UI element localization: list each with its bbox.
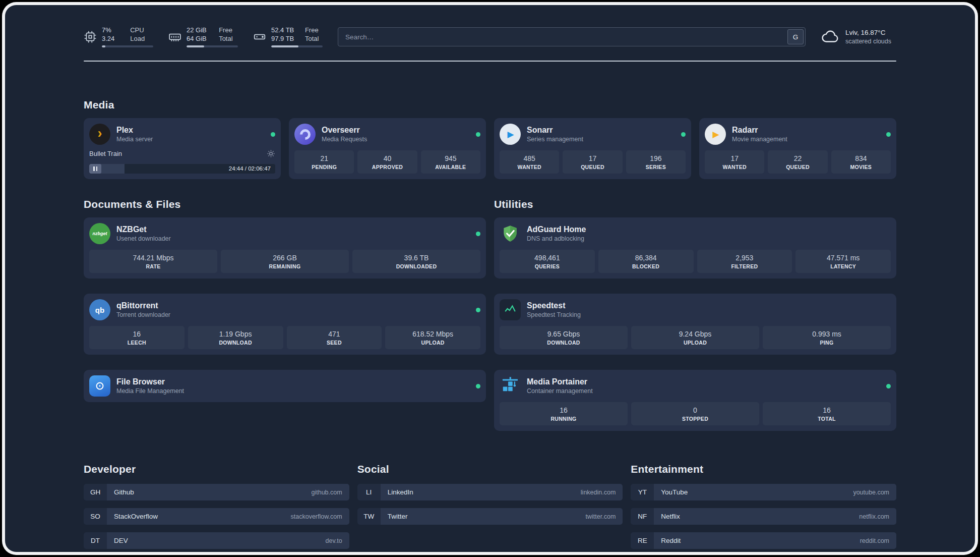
nzbget-icon: nzbget (89, 223, 110, 244)
seek-bar[interactable]: 24:44 / 02:06:47 (89, 164, 275, 174)
bookmark-netflix[interactable]: NF Netflix netflix.com (631, 508, 896, 525)
stat-value: 834 (833, 154, 889, 163)
stat-box: 0.993 ms PING (763, 326, 891, 349)
stat-box: 196 SERIES (626, 150, 686, 174)
memory-progress-fill (187, 45, 204, 47)
stat-label: LEECH (91, 339, 182, 346)
search-input[interactable] (338, 27, 806, 46)
gear-icon[interactable] (267, 149, 275, 158)
stat-box: 9.65 Gbps DOWNLOAD (500, 326, 628, 349)
resource-disk: 52.4 TB Free 97.9 TB Total (253, 26, 323, 47)
service-description: Torrent downloader (116, 311, 170, 319)
service-card-nzbget[interactable]: nzbget NZBGet Usenet downloader 744.21 M… (84, 217, 486, 278)
stat-box: 21 PENDING (294, 150, 354, 174)
stat-label: AVAILABLE (423, 163, 478, 171)
cpu-progress-fill (102, 45, 105, 47)
stat-box: 266 GB REMAINING (221, 250, 349, 273)
sonarr-play-glyph: ▶ (507, 130, 514, 139)
bookmark-name: Reddit (661, 537, 681, 544)
service-card-sonarr[interactable]: ▶ Sonarr Series management 485 WANTED (494, 118, 691, 179)
service-description: Container management (527, 387, 593, 395)
radarr-icon: ▶ (705, 124, 726, 145)
stat-label: RATE (91, 263, 215, 270)
service-card-filebrowser[interactable]: File Browser Media File Management (84, 370, 486, 402)
stat-label: UPLOAD (633, 339, 757, 346)
weather-condition: scattered clouds (845, 37, 891, 45)
bookmark-stackoverflow[interactable]: SO StackOverflow stackoverflow.com (84, 508, 349, 525)
stat-box: 485 WANTED (500, 150, 559, 174)
stat-label: RUNNING (502, 415, 626, 422)
search-provider-button[interactable]: G (787, 29, 804, 44)
service-description: Media File Management (116, 387, 184, 395)
stat-value: 2,953 (699, 253, 790, 262)
stat-value: 9.65 Gbps (502, 329, 626, 339)
section-title-social: Social (357, 463, 623, 475)
service-card-plex[interactable]: › Plex Media server Bullet Train (84, 118, 281, 179)
stat-box: 40 APPROVED (357, 150, 417, 174)
bookmark-group-developer: Developer GH Github github.com SO StackO… (84, 463, 349, 549)
qbittorrent-icon: qb (89, 299, 110, 320)
bookmark-url: youtube.com (853, 489, 889, 496)
stat-label: DOWNLOAD (502, 339, 626, 346)
stat-label: WANTED (502, 163, 557, 171)
bookmark-url: github.com (312, 489, 342, 496)
service-card-overseerr[interactable]: Overseerr Media Requests 21 PENDING 40 A… (289, 118, 486, 179)
bookmark-linkedin[interactable]: LI LinkedIn linkedin.com (357, 484, 623, 500)
service-description: Usenet downloader (116, 235, 171, 243)
pause-button[interactable] (89, 164, 101, 174)
status-dot (476, 308, 480, 312)
stat-label: SEED (289, 339, 380, 346)
bookmark-abbr: NF (631, 508, 654, 525)
bookmark-name: Netflix (661, 513, 680, 520)
service-name: Media Portainer (527, 377, 593, 387)
section-title-utilities: Utilities (494, 198, 896, 210)
stat-value: 21 (296, 154, 352, 163)
bookmark-group-social: Social LI LinkedIn linkedin.com TW Twitt… (357, 463, 623, 525)
stat-label: PENDING (296, 163, 352, 171)
bookmark-youtube[interactable]: YT YouTube youtube.com (631, 484, 896, 500)
disk-free-label: Free (305, 26, 323, 34)
stat-label: DOWNLOAD (190, 339, 281, 346)
stat-label: BLOCKED (600, 263, 692, 270)
stat-label: UPLOAD (387, 339, 478, 346)
stat-box: 39.6 TB DOWNLOADED (352, 250, 480, 273)
bookmark-github[interactable]: GH Github github.com (84, 484, 349, 500)
stat-label: REMAINING (223, 263, 347, 270)
stat-value: 40 (359, 154, 415, 163)
stat-box: 16 RUNNING (500, 402, 628, 425)
stat-value: 0 (633, 406, 757, 415)
status-dot (271, 132, 275, 137)
stat-box: 498,461 QUERIES (500, 250, 595, 273)
stat-label: FILTERED (699, 263, 790, 270)
stat-box: 2,953 FILTERED (697, 250, 792, 273)
bookmark-reddit[interactable]: RE Reddit reddit.com (631, 532, 896, 549)
resource-widgets: 7% CPU 3.24 Load (84, 26, 323, 47)
service-card-adguard[interactable]: AdGuard Home DNS and adblocking 498,461 … (494, 217, 896, 278)
stat-box: 9.24 Gbps UPLOAD (631, 326, 759, 349)
service-card-radarr[interactable]: ▶ Radarr Movie management 17 WANTED (699, 118, 896, 179)
bookmark-abbr: LI (357, 484, 381, 500)
service-name: File Browser (116, 377, 184, 387)
search-bar: G (338, 27, 806, 46)
cpu-icon (84, 30, 97, 43)
adguard-shield-icon (500, 223, 521, 244)
bookmark-group-entertainment: Entertainment YT YouTube youtube.com NF … (631, 463, 896, 549)
stat-value: 39.6 TB (354, 253, 478, 262)
service-name: AdGuard Home (527, 225, 586, 235)
bookmark-dev[interactable]: DT DEV dev.to (84, 532, 349, 549)
service-card-speedtest[interactable]: Speedtest Speedtest Tracking 9.65 Gbps D… (494, 294, 896, 355)
bookmark-abbr: DT (84, 532, 107, 549)
qbittorrent-logo-text: qb (95, 306, 104, 314)
service-card-portainer[interactable]: Media Portainer Container management 16 … (494, 370, 896, 431)
section-documents: Documents & Files nzbget NZBGet Usenet d… (84, 198, 486, 402)
bookmark-twitter[interactable]: TW Twitter twitter.com (357, 508, 623, 525)
stat-label: APPROVED (359, 163, 415, 171)
stat-value: 744.21 Mbps (91, 253, 215, 262)
stat-box: 0 STOPPED (631, 402, 759, 425)
section-media: Media › Plex Media server (84, 99, 896, 179)
service-description: DNS and adblocking (527, 235, 586, 243)
stat-box: 618.52 Mbps UPLOAD (385, 326, 480, 349)
service-card-qbittorrent[interactable]: qb qBittorrent Torrent downloader 16 (84, 294, 486, 355)
stat-value: 22 (770, 154, 825, 163)
status-dot (476, 132, 480, 137)
